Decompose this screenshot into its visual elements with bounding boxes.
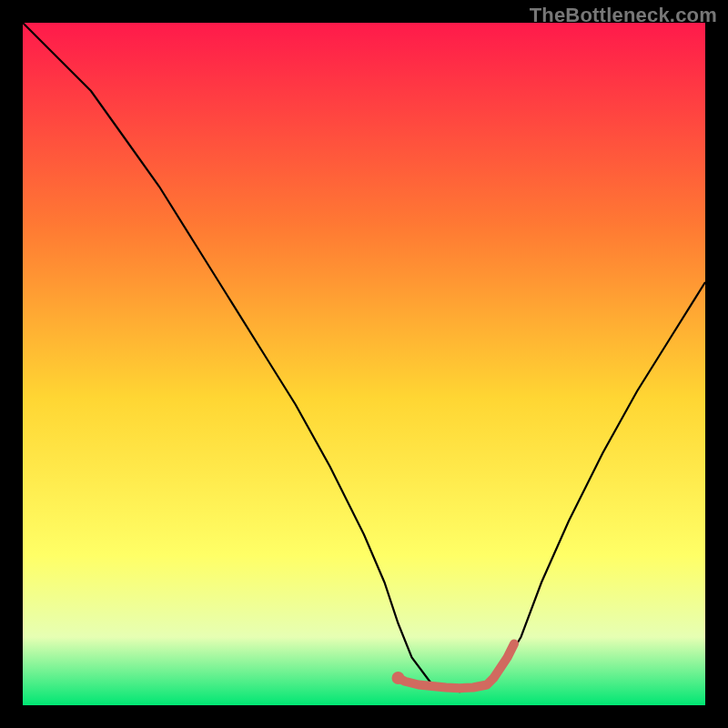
chart-frame: TheBottleneck.com (0, 0, 728, 728)
watermark-label: TheBottleneck.com (530, 4, 717, 27)
chart-plot-area (23, 23, 705, 705)
gradient-background (23, 23, 705, 705)
chart-svg (23, 23, 705, 705)
optimal-dot (392, 672, 405, 684)
